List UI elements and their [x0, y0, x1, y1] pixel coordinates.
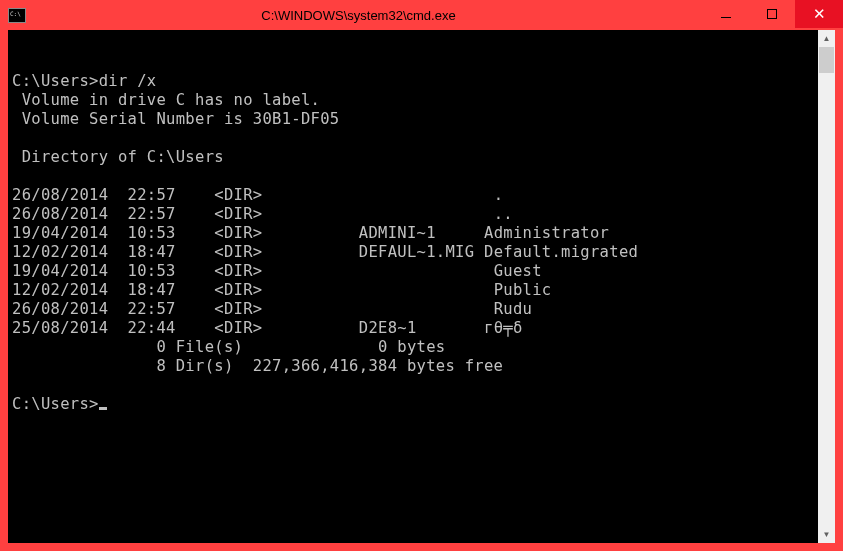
minimize-button[interactable]	[703, 0, 749, 28]
dir-entry: 26/08/2014 22:57 <DIR> Rudu	[12, 300, 532, 318]
scroll-up-button[interactable]: ▲	[818, 30, 835, 47]
summary-dirs: 8 Dir(s) 227,366,416,384 bytes free	[12, 357, 503, 375]
volume-serial-line: Volume Serial Number is 30B1-DF05	[12, 110, 339, 128]
summary-files: 0 File(s) 0 bytes	[12, 338, 445, 356]
dir-entry: 26/08/2014 22:57 <DIR> .	[12, 186, 503, 204]
dir-entry: 19/04/2014 10:53 <DIR> ADMINI~1 Administ…	[12, 224, 609, 242]
titlebar[interactable]: C:\WINDOWS\system32\cmd.exe ✕	[0, 0, 843, 30]
dir-entry: 19/04/2014 10:53 <DIR> Guest	[12, 262, 542, 280]
maximize-button[interactable]	[749, 0, 795, 28]
scrollbar-track[interactable]	[818, 47, 835, 526]
scroll-down-button[interactable]: ▼	[818, 526, 835, 543]
blank-line	[12, 129, 22, 147]
close-icon: ✕	[813, 5, 826, 23]
window-title: C:\WINDOWS\system32\cmd.exe	[34, 8, 703, 23]
window-controls: ✕	[703, 0, 843, 30]
blank-line	[12, 167, 22, 185]
command-text: dir /x	[99, 72, 157, 90]
prompt-path: C:\Users>	[12, 72, 99, 90]
prompt-line: C:\Users>dir /x	[12, 72, 156, 90]
dir-entry: 26/08/2014 22:57 <DIR> ..	[12, 205, 513, 223]
dir-entry: 25/08/2014 22:44 <DIR> D2E8~1 гθ╤δ	[12, 319, 523, 337]
directory-header: Directory of C:\Users	[12, 148, 224, 166]
empty-line	[12, 53, 22, 71]
scrollbar-thumb[interactable]	[819, 47, 834, 73]
blank-line	[12, 376, 22, 394]
dir-entry: 12/02/2014 18:47 <DIR> DEFAUL~1.MIG Defa…	[12, 243, 638, 261]
prompt-line: C:\Users>	[12, 395, 107, 413]
cmd-window: C:\WINDOWS\system32\cmd.exe ✕ C:\Users>d…	[0, 0, 843, 551]
cursor	[99, 407, 107, 410]
cmd-icon	[8, 8, 26, 23]
prompt-path: C:\Users>	[12, 395, 99, 413]
console-frame: C:\Users>dir /x Volume in drive C has no…	[8, 30, 835, 543]
close-button[interactable]: ✕	[795, 0, 843, 28]
vertical-scrollbar[interactable]: ▲ ▼	[818, 30, 835, 543]
console-output[interactable]: C:\Users>dir /x Volume in drive C has no…	[8, 30, 818, 543]
dir-entry: 12/02/2014 18:47 <DIR> Public	[12, 281, 551, 299]
volume-label-line: Volume in drive C has no label.	[12, 91, 320, 109]
